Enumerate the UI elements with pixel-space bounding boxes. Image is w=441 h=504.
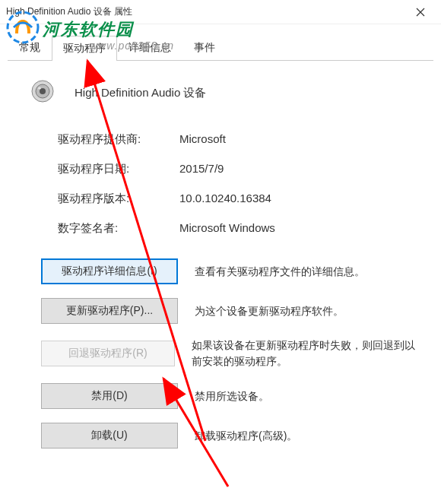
signer-value: Microsoft Windows	[179, 221, 275, 236]
rollback-driver-desc: 如果该设备在更新驱动程序时失败，则回退到以前安装的驱动程序。	[192, 338, 420, 369]
svg-point-4	[38, 87, 41, 90]
uninstall-button[interactable]: 卸载(U)	[41, 423, 178, 449]
button-area: 驱动程序详细信息(I) 查看有关驱动程序文件的详细信息。 更新驱动程序(P)..…	[41, 258, 420, 449]
version-label: 驱动程序版本:	[58, 192, 179, 206]
update-driver-desc: 为这个设备更新驱动程序软件。	[195, 303, 344, 319]
watermark-url: www.pc0359.cn	[90, 40, 174, 52]
watermark-logo-icon	[6, 11, 40, 47]
disable-button[interactable]: 禁用(D)	[41, 383, 178, 409]
signer-label: 数字签名者:	[58, 221, 179, 236]
close-icon	[416, 8, 425, 17]
tab-content: High Definition Audio 设备 驱动程序提供商: Micros…	[0, 61, 441, 479]
row-rollback: 回退驱动程序(R) 如果该设备在更新驱动程序时失败，则回退到以前安装的驱动程序。	[41, 338, 420, 369]
date-label: 驱动程序日期:	[58, 162, 179, 176]
provider-value: Microsoft	[179, 132, 226, 147]
driver-details-desc: 查看有关驱动程序文件的详细信息。	[195, 264, 365, 280]
update-driver-button[interactable]: 更新驱动程序(P)...	[41, 298, 178, 324]
row-update: 更新驱动程序(P)... 为这个设备更新驱动程序软件。	[41, 298, 420, 324]
info-row-date: 驱动程序日期: 2015/7/9	[58, 162, 420, 176]
info-row-signer: 数字签名者: Microsoft Windows	[58, 221, 420, 236]
row-details: 驱动程序详细信息(I) 查看有关驱动程序文件的详细信息。	[41, 258, 420, 284]
driver-details-button[interactable]: 驱动程序详细信息(I)	[41, 258, 178, 284]
info-row-provider: 驱动程序提供商: Microsoft	[58, 132, 420, 147]
disable-desc: 禁用所选设备。	[195, 388, 269, 404]
watermark-text: 河东软件园	[43, 18, 134, 41]
provider-label: 驱动程序提供商:	[58, 132, 179, 147]
rollback-driver-button: 回退驱动程序(R)	[41, 341, 175, 366]
row-disable: 禁用(D) 禁用所选设备。	[41, 383, 420, 409]
info-row-version: 驱动程序版本: 10.0.10240.16384	[58, 192, 420, 206]
uninstall-desc: 卸载驱动程序(高级)。	[195, 428, 297, 444]
speaker-icon	[29, 78, 56, 108]
row-uninstall: 卸载(U) 卸载驱动程序(高级)。	[41, 423, 420, 449]
device-header: High Definition Audio 设备	[21, 78, 420, 108]
date-value: 2015/7/9	[179, 162, 224, 176]
close-button[interactable]	[403, 1, 438, 24]
device-name: High Definition Audio 设备	[75, 86, 206, 100]
version-value: 10.0.10240.16384	[179, 192, 271, 206]
driver-info: 驱动程序提供商: Microsoft 驱动程序日期: 2015/7/9 驱动程序…	[58, 132, 420, 236]
tab-events[interactable]: 事件	[182, 35, 227, 60]
svg-point-0	[8, 12, 38, 43]
